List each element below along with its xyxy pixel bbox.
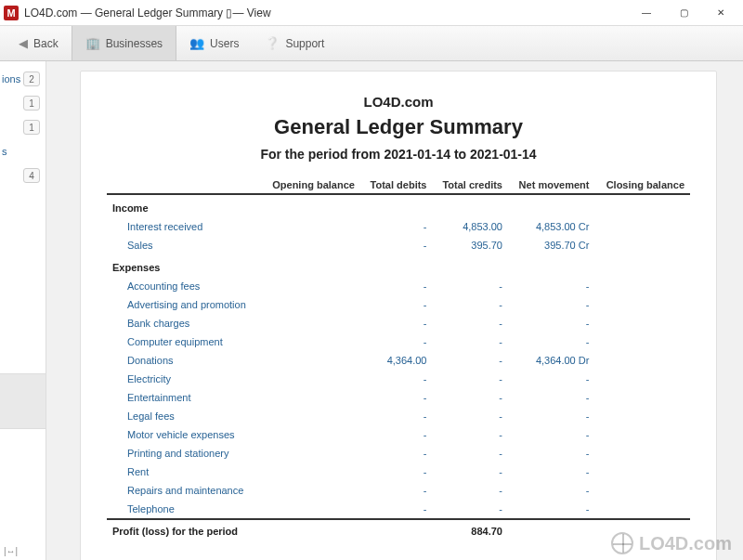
cell-opening — [261, 388, 360, 407]
cell-credits[interactable]: - — [432, 481, 508, 500]
cell-opening — [261, 314, 360, 332]
cell-movement[interactable]: - — [508, 314, 594, 332]
cell-debits[interactable]: - — [360, 481, 433, 500]
body-area: ions211s4 |↔| LO4D.com General Ledger Su… — [0, 61, 743, 560]
cell-debits[interactable]: - — [360, 407, 433, 425]
report-header: LO4D.com General Ledger Summary For the … — [107, 94, 690, 162]
section-label: Income — [107, 194, 690, 217]
cell-closing — [594, 481, 690, 500]
section-row: Expenses — [107, 254, 690, 277]
account-name[interactable]: Printing and stationery — [107, 444, 261, 462]
cell-movement[interactable]: 395.70 Cr — [508, 236, 594, 254]
table-row: Sales-395.70395.70 Cr — [107, 236, 690, 254]
account-name[interactable]: Telephone — [107, 500, 261, 519]
account-name[interactable]: Legal fees — [107, 407, 261, 425]
account-name[interactable]: Rent — [107, 462, 261, 481]
table-row: Interest received-4,853.004,853.00 Cr — [107, 217, 690, 236]
table-row: Motor vehicle expenses--- — [107, 425, 690, 444]
cell-movement[interactable]: - — [508, 500, 594, 519]
cell-movement[interactable]: - — [508, 332, 594, 351]
main-toolbar: ◀ Back 🏢 Businesses 👥 Users ❔ Support — [0, 26, 743, 61]
cell-opening — [261, 370, 360, 388]
sidebar-collapse-icon[interactable]: |↔| — [4, 546, 18, 556]
cell-credits[interactable]: - — [432, 370, 508, 388]
sidebar-item[interactable]: ions2 — [0, 67, 46, 91]
cell-credits[interactable]: - — [432, 425, 508, 444]
cell-debits[interactable]: - — [360, 217, 433, 236]
sidebar-item[interactable]: s — [0, 139, 46, 163]
account-name[interactable]: Interest received — [107, 217, 261, 236]
table-row: Rent--- — [107, 462, 690, 481]
account-name[interactable]: Advertising and promotion — [107, 295, 261, 314]
account-name[interactable]: Accounting fees — [107, 277, 261, 295]
sidebar-item-count: 1 — [23, 120, 40, 135]
account-name[interactable]: Motor vehicle expenses — [107, 425, 261, 444]
cell-debits[interactable]: - — [360, 370, 433, 388]
cell-credits[interactable]: - — [432, 444, 508, 462]
cell-credits[interactable]: - — [432, 277, 508, 295]
cell-closing — [594, 217, 690, 236]
account-name[interactable]: Entertainment — [107, 388, 261, 407]
cell-debits[interactable]: - — [360, 314, 433, 332]
cell-credits[interactable]: - — [432, 314, 508, 332]
minimize-button[interactable]: — — [628, 2, 665, 24]
cell-debits[interactable]: - — [360, 277, 433, 295]
col-credits: Total credits — [432, 176, 508, 194]
cell-movement[interactable]: - — [508, 295, 594, 314]
cell-debits[interactable]: - — [360, 236, 433, 254]
cell-credits[interactable]: - — [432, 295, 508, 314]
cell-opening — [261, 444, 360, 462]
cell-movement[interactable]: - — [508, 481, 594, 500]
businesses-tab[interactable]: 🏢 Businesses — [72, 26, 176, 60]
cell-movement[interactable]: - — [508, 425, 594, 444]
back-button[interactable]: ◀ Back — [6, 26, 72, 60]
cell-debits[interactable]: - — [360, 425, 433, 444]
table-row: Bank charges--- — [107, 314, 690, 332]
support-tab[interactable]: ❔ Support — [252, 26, 337, 60]
maximize-button[interactable]: ▢ — [665, 2, 702, 24]
cell-credits[interactable]: - — [432, 500, 508, 519]
cell-movement[interactable]: - — [508, 462, 594, 481]
cell-movement[interactable]: - — [508, 444, 594, 462]
sidebar-item[interactable]: 1 — [0, 91, 46, 115]
content-scroll[interactable]: LO4D.com General Ledger Summary For the … — [46, 61, 743, 560]
cell-credits[interactable]: - — [432, 407, 508, 425]
cell-credits[interactable]: - — [432, 388, 508, 407]
table-row: Entertainment--- — [107, 388, 690, 407]
cell-credits[interactable]: - — [432, 351, 508, 370]
cell-movement[interactable]: - — [508, 277, 594, 295]
cell-opening — [261, 481, 360, 500]
cell-movement[interactable]: - — [508, 370, 594, 388]
cell-debits[interactable]: - — [360, 388, 433, 407]
cell-credits[interactable]: 4,853.00 — [432, 217, 508, 236]
account-name[interactable]: Sales — [107, 236, 261, 254]
close-button[interactable]: ✕ — [702, 2, 739, 24]
cell-debits[interactable]: - — [360, 295, 433, 314]
total-label: Profit (loss) for the period — [107, 519, 261, 540]
cell-debits[interactable]: - — [360, 462, 433, 481]
users-tab[interactable]: 👥 Users — [176, 26, 252, 60]
cell-movement[interactable]: - — [508, 388, 594, 407]
total-debits — [360, 519, 433, 540]
account-name[interactable]: Repairs and maintenance — [107, 481, 261, 500]
cell-debits[interactable]: - — [360, 500, 433, 519]
sidebar-item[interactable]: 4 — [0, 163, 46, 188]
account-name[interactable]: Donations — [107, 351, 261, 370]
cell-closing — [594, 351, 690, 370]
ledger-table: Opening balance Total debits Total credi… — [107, 176, 690, 540]
account-name[interactable]: Electricity — [107, 370, 261, 388]
cell-debits[interactable]: 4,364.00 — [360, 351, 433, 370]
cell-credits[interactable]: - — [432, 332, 508, 351]
cell-debits[interactable]: - — [360, 444, 433, 462]
sidebar-item[interactable]: 1 — [0, 115, 46, 139]
cell-credits[interactable]: 395.70 — [432, 236, 508, 254]
cell-movement[interactable]: 4,853.00 Cr — [508, 217, 594, 236]
back-icon: ◀ — [19, 36, 28, 50]
account-name[interactable]: Bank charges — [107, 314, 261, 332]
cell-movement[interactable]: - — [508, 407, 594, 425]
account-name[interactable]: Computer equipment — [107, 332, 261, 351]
table-row: Electricity--- — [107, 370, 690, 388]
cell-credits[interactable]: - — [432, 462, 508, 481]
cell-debits[interactable]: - — [360, 332, 433, 351]
cell-movement[interactable]: 4,364.00 Dr — [508, 351, 594, 370]
